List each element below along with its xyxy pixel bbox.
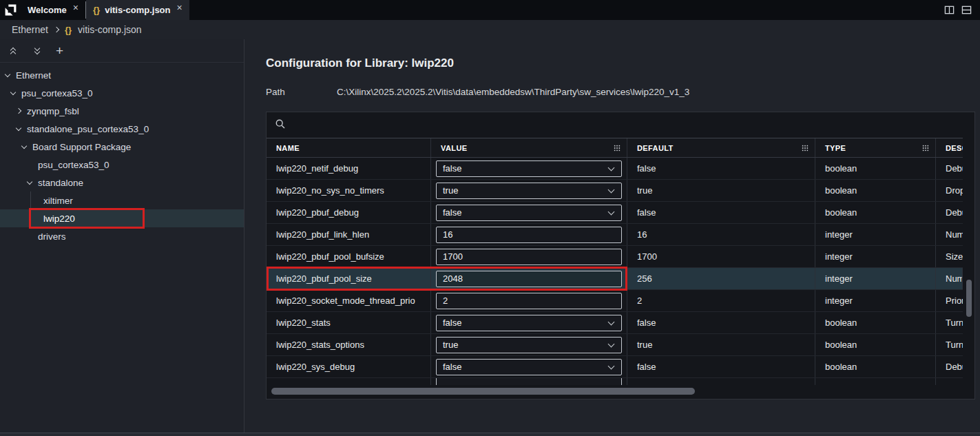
cell-desc-text: Turn — [946, 340, 963, 350]
column-header-desc[interactable]: DESC — [936, 138, 963, 157]
path-label: Path — [266, 87, 337, 97]
tab-welcome[interactable]: Welcome × — [21, 0, 85, 20]
table-row-lwip220-pbuf-debug: lwip220_pbuf_debugfalsefalsebooleanDebu — [267, 202, 963, 224]
cell-name-text: lwip220_stats_options — [276, 340, 364, 350]
split-editor-horizontal-icon[interactable] — [961, 5, 972, 15]
table-row-lwip220-stats-options: lwip220_stats_optionstruetruebooleanTurn — [267, 334, 963, 356]
table-row-lwip220-socket-mode-thread-prio: lwip220_socket_mode_thread_prio2integerP… — [267, 290, 963, 312]
chevron-down-icon[interactable] — [28, 182, 38, 184]
cell-name: lwip220_socket_mode_thread_prio — [267, 290, 431, 311]
cell-type-text: boolean — [825, 362, 857, 372]
close-icon[interactable]: × — [73, 2, 79, 13]
column-drag-icon[interactable] — [922, 145, 929, 152]
breadcrumb-item-file[interactable]: vitis-comp.json — [78, 24, 142, 35]
cell-name: lwip220_sys_debug — [267, 356, 431, 377]
collapse-all-icon[interactable] — [8, 48, 19, 54]
cell-type: boolean — [815, 312, 936, 333]
tree-item-psu-cortexa53-0[interactable]: psu_cortexa53_0 — [0, 156, 244, 174]
value-select[interactable]: true — [436, 337, 622, 353]
cell-desc: Debu — [936, 202, 963, 223]
chevron-down-icon[interactable] — [11, 92, 21, 94]
cell-desc-text: Turn — [946, 318, 963, 328]
value-select[interactable]: false — [436, 205, 622, 221]
expand-all-icon[interactable] — [32, 48, 43, 54]
chevron-down-icon — [608, 208, 615, 215]
cell-type-text: boolean — [825, 340, 857, 350]
chevron-down-icon — [608, 318, 615, 325]
value-input[interactable] — [436, 227, 622, 243]
cell-desc-text: Prior — [946, 295, 963, 306]
column-header-label: TYPE — [825, 144, 846, 152]
column-drag-icon[interactable] — [802, 145, 809, 152]
table-row-lwip220-no-sys-no-timers: lwip220_no_sys_no_timerstruetruebooleanD… — [267, 180, 963, 202]
cell-value — [431, 290, 627, 311]
breadcrumb-item-ethernet[interactable]: Ethernet — [12, 24, 48, 35]
search-input[interactable] — [291, 120, 963, 130]
cell-name: lwip220_pbuf_pool_bufsize — [267, 246, 431, 267]
value-select[interactable]: false — [436, 315, 622, 331]
value-input[interactable] — [436, 249, 622, 265]
amd-logo-icon — [0, 0, 21, 20]
tree-item-board-support-package[interactable]: Board Support Package — [0, 138, 244, 156]
cell-default-text: 256 — [637, 273, 652, 284]
cell-name-text: lwip220_pbuf_pool_bufsize — [276, 251, 384, 262]
tree-item-psu-cortexa53-0[interactable]: psu_cortexa53_0 — [0, 84, 244, 102]
column-header-name[interactable]: NAME — [267, 138, 431, 157]
value-select-text: false — [443, 362, 461, 372]
cell-type-text: integer — [825, 273, 853, 284]
column-header-type[interactable]: TYPE — [815, 138, 936, 157]
cell-default: 1700 — [627, 246, 815, 267]
cell-type: integer — [815, 246, 936, 267]
add-icon[interactable]: + — [56, 46, 63, 56]
tree-item-label: xiltimer — [43, 196, 73, 206]
horizontal-scrollbar-thumb[interactable] — [271, 388, 695, 395]
tab-bar: Welcome × {} vitis-comp.json × — [0, 0, 980, 20]
value-input[interactable] — [436, 271, 622, 287]
config-table: NAMEVALUEDEFAULTTYPEDESC lwip220_netif_d… — [266, 112, 975, 399]
value-select[interactable]: true — [436, 183, 622, 199]
chevron-down-icon[interactable] — [6, 74, 16, 76]
tree-item-drivers[interactable]: drivers — [0, 227, 244, 245]
cell-desc: Drop — [936, 180, 963, 201]
tree-item-zynqmp-fsbl[interactable]: zynqmp_fsbl — [0, 102, 244, 120]
cell-desc-text: Num — [946, 273, 963, 284]
tree-item-standalone-psu-cortexa53-0[interactable]: standalone_psu_cortexa53_0 — [0, 120, 244, 138]
value-select-text: true — [443, 340, 458, 350]
close-icon[interactable]: × — [177, 2, 183, 13]
column-header-value[interactable]: VALUE — [431, 138, 627, 157]
column-drag-icon[interactable] — [614, 145, 621, 152]
cell-value — [431, 246, 627, 267]
cell-desc: Prior — [936, 290, 963, 311]
table-row-lwip220-sys-debug: lwip220_sys_debugfalsefalsebooleanDebu — [267, 356, 963, 378]
tree-item-xiltimer[interactable]: xiltimer — [0, 191, 244, 209]
cell-name-text: lwip220_netif_debug — [276, 163, 358, 174]
table-search-row — [267, 112, 963, 138]
value-select[interactable]: false — [436, 359, 622, 375]
tree-item-label: standalone — [38, 178, 83, 188]
cell-default: true — [627, 334, 815, 355]
cell-value: false — [431, 356, 627, 377]
tree-item-label: Board Support Package — [32, 142, 131, 152]
value-select[interactable]: false — [436, 160, 622, 177]
cell-value: false — [431, 202, 627, 223]
horizontal-scrollbar[interactable] — [267, 384, 963, 399]
table-row-lwip220-pbuf-pool-bufsize: lwip220_pbuf_pool_bufsize1700integerSize… — [267, 246, 963, 268]
split-editor-vertical-icon[interactable] — [944, 5, 955, 15]
tree-item-label: lwip220 — [43, 214, 75, 224]
column-header-default[interactable]: DEFAULT — [627, 138, 815, 157]
vertical-scrollbar-thumb[interactable] — [966, 280, 972, 317]
vertical-scrollbar[interactable] — [963, 112, 974, 399]
cell-value — [431, 224, 627, 245]
tree-item-lwip220[interactable]: lwip220 — [0, 209, 244, 227]
cell-name: lwip220_pbuf_debug — [267, 202, 431, 223]
chevron-right-icon[interactable] — [17, 109, 27, 113]
chevron-down-icon — [608, 362, 615, 369]
tree-item-standalone[interactable]: standalone — [0, 174, 244, 191]
tab-vitis-comp-json[interactable]: {} vitis-comp.json × — [86, 0, 189, 20]
cell-type: boolean — [815, 202, 936, 223]
tree-item-ethernet[interactable]: Ethernet — [0, 66, 244, 84]
chevron-down-icon[interactable] — [22, 146, 32, 148]
cell-desc-text: Debu — [946, 362, 963, 372]
value-input[interactable] — [436, 293, 622, 309]
chevron-down-icon[interactable] — [17, 128, 27, 130]
